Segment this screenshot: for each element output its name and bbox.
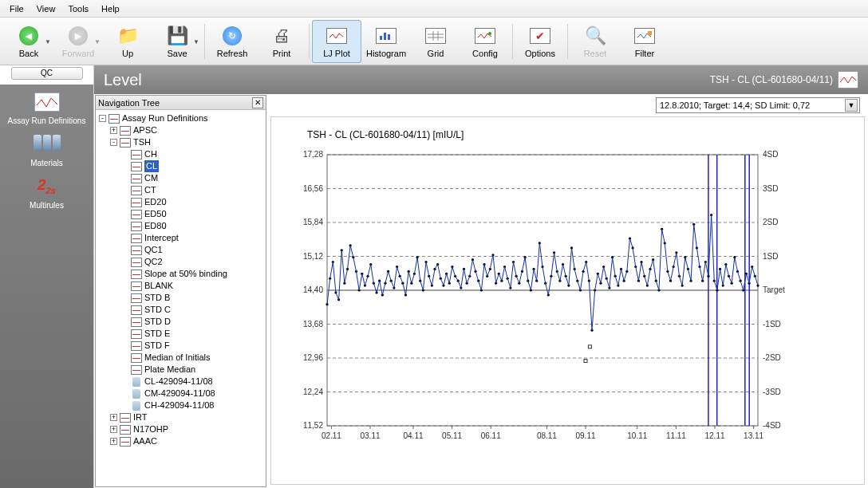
sidebar: QC Assay Run Definitions Materials 22s M… <box>0 65 94 488</box>
tree-item[interactable]: BLANK <box>99 280 262 292</box>
tree-item[interactable]: ED50 <box>99 208 262 220</box>
page-subtitle: TSH - CL (CL-601680-04/11) <box>710 74 833 85</box>
back-dropdown-icon[interactable]: ▼ <box>45 38 51 45</box>
dataset-selector[interactable]: 12.8.2010; Target: 14,4; SD Limit: 0,72 … <box>656 97 860 113</box>
histogram-button[interactable]: Histogram <box>361 20 411 63</box>
print-button[interactable]: 🖨 Print <box>257 20 306 63</box>
save-icon: 💾 <box>166 25 188 47</box>
filter-button[interactable]: Filter <box>620 20 669 63</box>
tree-item[interactable]: CH-429094-11/08 <box>99 399 262 411</box>
tree-item[interactable]: QC2 <box>99 256 262 268</box>
forward-button[interactable]: ► Forward ▼ <box>53 20 103 63</box>
svg-text:15,84: 15,84 <box>303 218 323 226</box>
options-button[interactable]: ✔ Options <box>515 20 565 63</box>
tree-item[interactable]: ED20 <box>99 196 262 208</box>
svg-rect-0 <box>380 36 382 40</box>
grid-icon <box>425 28 446 44</box>
save-dropdown-icon[interactable]: ▼ <box>193 38 199 45</box>
grid-button[interactable]: Grid <box>411 20 460 63</box>
back-button[interactable]: ◄ Back ▼ <box>4 20 53 63</box>
menu-tools[interactable]: Tools <box>61 2 95 16</box>
tree-item[interactable]: +IRT <box>99 411 262 423</box>
svg-text:10.11: 10.11 <box>627 431 647 440</box>
sidebar-item-materials[interactable]: Materials <box>3 130 91 172</box>
tree-item[interactable]: QC1 <box>99 244 262 256</box>
svg-rect-209 <box>588 345 591 348</box>
svg-text:-4SD: -4SD <box>763 421 781 430</box>
multirules-icon: 22s <box>32 177 62 199</box>
tree-item[interactable]: -TSH <box>99 136 262 148</box>
menu-file[interactable]: File <box>3 2 30 16</box>
histogram-icon <box>376 28 397 44</box>
up-button[interactable]: 📁 Up <box>103 20 152 63</box>
svg-text:2SD: 2SD <box>763 218 778 226</box>
refresh-icon: ↻ <box>223 26 242 45</box>
options-icon: ✔ <box>530 28 550 44</box>
sidebar-header[interactable]: QC <box>11 67 83 80</box>
title-bar: Level TSH - CL (CL-601680-04/11) <box>94 65 868 94</box>
tree-item[interactable]: STD B <box>99 292 262 304</box>
back-arrow-icon: ◄ <box>19 26 38 45</box>
tree-item[interactable]: STD C <box>99 304 262 316</box>
tree-item[interactable]: +N17OHP <box>99 423 262 435</box>
forward-dropdown-icon[interactable]: ▼ <box>94 38 101 45</box>
tree-item[interactable]: Median of Initials <box>99 352 262 364</box>
svg-point-3 <box>488 32 491 35</box>
tree-item[interactable]: Intercept <box>99 232 262 244</box>
svg-text:-3SD: -3SD <box>763 388 781 396</box>
config-button[interactable]: Config <box>460 20 510 63</box>
refresh-button[interactable]: ↻ Refresh <box>207 20 257 63</box>
svg-text:11,52: 11,52 <box>303 421 323 430</box>
assay-icon <box>32 92 62 115</box>
sidebar-item-multirules[interactable]: 22s Multirules <box>3 172 91 214</box>
svg-text:04.11: 04.11 <box>403 431 423 440</box>
ljplot-button[interactable]: LJ Plot <box>312 20 361 63</box>
menu-help[interactable]: Help <box>95 2 126 16</box>
tree-item[interactable]: CM <box>99 172 262 184</box>
tree-item[interactable]: ED80 <box>99 220 262 232</box>
tree-item[interactable]: Plate Median <box>99 364 262 376</box>
tree-item[interactable]: CL-429094-11/08 <box>99 376 262 388</box>
tree-item[interactable]: STD E <box>99 328 262 340</box>
tree-item[interactable]: CH <box>99 148 262 160</box>
svg-text:3SD: 3SD <box>763 184 778 193</box>
chart-area: 12.8.2010; Target: 14,4; SD Limit: 0,72 … <box>267 94 868 488</box>
save-button[interactable]: 💾 Save ▼ <box>152 20 202 63</box>
tree-item[interactable]: Slope at 50% binding <box>99 268 262 280</box>
chart-box: TSH - CL (CL-601680-04/11) [mIU/L] 11,52… <box>270 116 865 485</box>
tree-item[interactable]: CM-429094-11/08 <box>99 388 262 399</box>
svg-text:-2SD: -2SD <box>763 353 781 362</box>
svg-text:17,28: 17,28 <box>303 150 323 159</box>
svg-text:-1SD: -1SD <box>763 320 781 329</box>
tree-item[interactable]: +AAAC <box>99 435 262 447</box>
svg-rect-2 <box>388 34 390 40</box>
svg-rect-208 <box>584 360 587 363</box>
tree-item[interactable]: +APSC <box>99 124 262 136</box>
sidebar-item-assay[interactable]: Assay Run Definitions <box>3 88 91 130</box>
tree-item[interactable]: CL <box>99 160 262 172</box>
svg-rect-4 <box>648 31 652 35</box>
svg-text:09.11: 09.11 <box>575 431 595 440</box>
nav-tree-panel: Navigation Tree ✕ -Assay Run Definitions… <box>95 95 266 487</box>
reset-button[interactable]: 🔍 Reset <box>570 20 620 63</box>
tree-item[interactable]: CT <box>99 184 262 196</box>
menu-view[interactable]: View <box>30 2 62 16</box>
tree-item[interactable]: STD D <box>99 316 262 328</box>
svg-text:1SD: 1SD <box>763 252 778 261</box>
svg-text:16,56: 16,56 <box>303 184 323 193</box>
svg-text:4SD: 4SD <box>763 150 778 159</box>
forward-arrow-icon: ► <box>69 26 88 45</box>
svg-text:13,68: 13,68 <box>303 320 323 329</box>
lj-plot[interactable]: 11,52-4SD12,24-3SD12,96-2SD13,68-1SD14,4… <box>287 147 798 450</box>
materials-icon <box>32 135 62 157</box>
close-tree-button[interactable]: ✕ <box>252 97 263 108</box>
svg-text:05.11: 05.11 <box>442 431 462 440</box>
svg-rect-1 <box>384 33 386 40</box>
nav-tree[interactable]: -Assay Run Definitions+APSC-TSHCHCLCMCTE… <box>96 110 266 486</box>
svg-text:06.11: 06.11 <box>481 431 501 440</box>
config-icon <box>475 28 495 44</box>
dropdown-caret-icon[interactable]: ▼ <box>845 99 858 112</box>
reset-icon: 🔍 <box>584 25 606 47</box>
toolbar-sep <box>204 24 205 59</box>
tree-item[interactable]: STD F <box>99 340 262 352</box>
